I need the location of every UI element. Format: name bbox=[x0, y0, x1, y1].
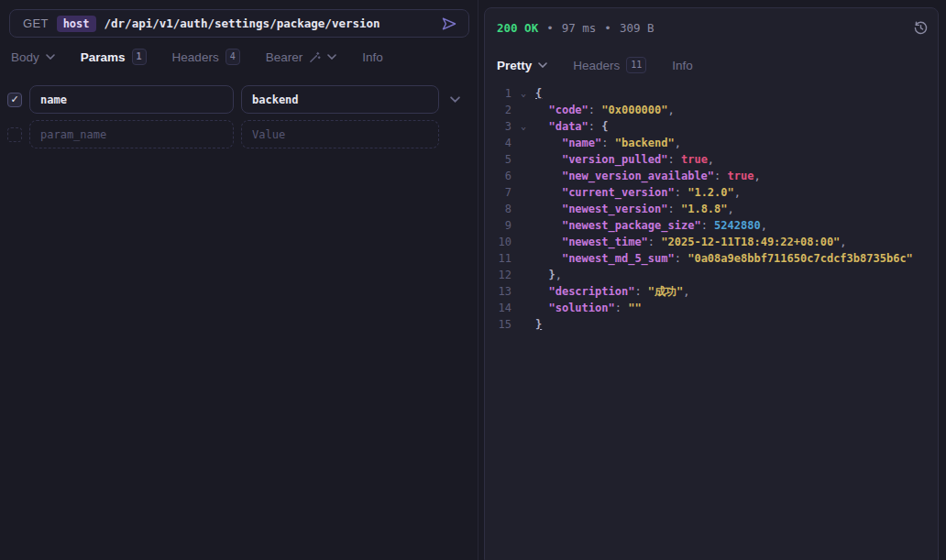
new-param-name-input[interactable] bbox=[29, 120, 234, 148]
code-line: 3⌄ "data": { bbox=[485, 118, 936, 135]
tab-response-info-label: Info bbox=[672, 59, 693, 72]
code-line: 1⌄{ bbox=[485, 85, 936, 102]
fold-gutter bbox=[512, 300, 535, 316]
response-size: 309 B bbox=[620, 21, 654, 35]
chevron-down-icon bbox=[46, 54, 55, 60]
code-line: 11 "newest_md_5_sum": "0a08a9e8bbf711650… bbox=[485, 250, 936, 267]
code-text: "data": { bbox=[535, 118, 936, 135]
fold-gutter bbox=[512, 250, 535, 267]
tab-info[interactable]: Info bbox=[362, 50, 383, 64]
code-text: "newest_time": "2025-12-11T18:49:22+08:0… bbox=[535, 234, 936, 250]
code-line: 13 "description": "成功", bbox=[485, 283, 936, 300]
code-line: 10 "newest_time": "2025-12-11T18:49:22+0… bbox=[485, 234, 936, 250]
code-text: "name": "backend", bbox=[535, 135, 936, 151]
line-number: 8 bbox=[485, 201, 512, 217]
code-text: "solution": "" bbox=[535, 300, 936, 316]
code-text: } bbox=[535, 316, 936, 333]
code-text: { bbox=[535, 85, 936, 102]
param-name-input[interactable] bbox=[29, 85, 234, 114]
response-body-json-viewer: 1⌄{2 "code": "0x000000",3⌄ "data": {4 "n… bbox=[485, 85, 936, 560]
fold-gutter bbox=[512, 283, 535, 300]
param-enabled-checkbox[interactable]: ✓ bbox=[7, 93, 22, 107]
status-separator: • bbox=[604, 21, 611, 35]
code-line: 14 "solution": "" bbox=[485, 300, 936, 316]
fold-gutter bbox=[512, 102, 535, 118]
code-line: 12 }, bbox=[485, 267, 936, 283]
fold-gutter bbox=[512, 217, 535, 234]
line-number: 5 bbox=[485, 151, 512, 168]
tab-response-headers[interactable]: Headers 11 bbox=[573, 57, 646, 73]
url-path[interactable]: /dr/api/v1/auth/settings/package/version bbox=[104, 16, 429, 30]
tab-info-label: Info bbox=[362, 50, 383, 64]
code-line: 2 "code": "0x000000", bbox=[485, 102, 936, 118]
tab-body[interactable]: Body bbox=[11, 50, 55, 64]
code-line: 6 "new_version_available": true, bbox=[485, 168, 936, 184]
tab-body-label: Body bbox=[11, 50, 39, 64]
request-tabs: Body Params 1 Headers 4 Bearer Info bbox=[11, 46, 383, 68]
chevron-down-icon bbox=[538, 62, 547, 68]
line-number: 14 bbox=[485, 300, 512, 316]
line-number: 3 bbox=[485, 118, 512, 135]
tab-params-label: Params bbox=[81, 50, 126, 64]
code-line: 15} bbox=[485, 316, 936, 333]
tab-headers-label: Headers bbox=[172, 50, 219, 64]
send-button[interactable] bbox=[437, 13, 461, 35]
line-number: 9 bbox=[485, 217, 512, 234]
param-value-input[interactable] bbox=[241, 85, 439, 114]
fold-chevron-icon[interactable]: ⌄ bbox=[512, 118, 535, 135]
code-text: "version_pulled": true, bbox=[535, 151, 936, 168]
status-separator: • bbox=[546, 21, 554, 35]
history-clock-icon bbox=[913, 20, 929, 36]
response-time: 97 ms bbox=[562, 21, 597, 35]
fold-gutter bbox=[512, 201, 535, 217]
code-text: "code": "0x000000", bbox=[535, 102, 936, 118]
line-number: 4 bbox=[485, 135, 512, 151]
tab-auth-label: Bearer bbox=[266, 50, 303, 64]
code-text: "newest_md_5_sum": "0a08a9e8bbf711650c7c… bbox=[535, 250, 936, 267]
params-count-badge: 1 bbox=[132, 49, 147, 65]
code-line: 5 "version_pulled": true, bbox=[485, 151, 936, 168]
code-text: }, bbox=[535, 267, 936, 283]
chevron-down-icon bbox=[327, 54, 336, 60]
params-editor: ✓ bbox=[7, 85, 471, 155]
fold-gutter bbox=[512, 316, 535, 333]
line-number: 11 bbox=[485, 250, 512, 267]
http-method[interactable]: GET bbox=[23, 16, 49, 30]
line-number: 15 bbox=[485, 316, 512, 333]
response-tabs: Pretty Headers 11 Info bbox=[497, 54, 693, 76]
tab-response-headers-label: Headers bbox=[573, 59, 620, 72]
param-row-new bbox=[7, 120, 471, 148]
fold-chevron-icon[interactable]: ⌄ bbox=[512, 85, 535, 102]
response-history-button[interactable] bbox=[913, 20, 929, 36]
tab-params[interactable]: Params 1 bbox=[81, 49, 147, 65]
code-line: 4 "name": "backend", bbox=[485, 135, 936, 151]
code-text: "current_version": "1.2.0", bbox=[535, 184, 936, 201]
response-panel: 200 OK • 97 ms • 309 B Pretty Headers 11 bbox=[484, 7, 939, 560]
code-line: 7 "current_version": "1.2.0", bbox=[485, 184, 936, 201]
headers-count-badge: 4 bbox=[226, 49, 240, 65]
code-line: 8 "newest_version": "1.8.8", bbox=[485, 201, 936, 217]
fold-gutter bbox=[512, 135, 535, 151]
fold-gutter bbox=[512, 184, 535, 201]
response-status-row: 200 OK • 97 ms • 309 B bbox=[497, 19, 929, 36]
url-bar[interactable]: GET host /dr/api/v1/auth/settings/packag… bbox=[9, 9, 469, 38]
tab-pretty[interactable]: Pretty bbox=[497, 59, 547, 72]
fold-gutter bbox=[512, 168, 535, 184]
code-text: "new_version_available": true, bbox=[535, 168, 936, 184]
param-enabled-checkbox-disabled bbox=[7, 127, 22, 142]
code-text: "description": "成功", bbox=[535, 283, 936, 300]
param-row: ✓ bbox=[7, 85, 471, 114]
fold-gutter bbox=[512, 151, 535, 168]
fold-gutter bbox=[512, 234, 535, 250]
wand-sparkles-icon bbox=[309, 51, 321, 63]
request-panel: GET host /dr/api/v1/auth/settings/packag… bbox=[0, 0, 478, 560]
status-code: 200 OK bbox=[497, 21, 538, 35]
new-param-value-input[interactable] bbox=[241, 120, 439, 148]
param-row-menu-chevron-icon[interactable] bbox=[450, 96, 460, 103]
host-variable-badge[interactable]: host bbox=[57, 16, 96, 32]
tab-response-info[interactable]: Info bbox=[672, 59, 693, 72]
code-text: "newest_package_size": 5242880, bbox=[535, 217, 936, 234]
code-line: 9 "newest_package_size": 5242880, bbox=[485, 217, 936, 234]
tab-auth-bearer[interactable]: Bearer bbox=[266, 50, 337, 64]
tab-headers[interactable]: Headers 4 bbox=[172, 49, 240, 65]
